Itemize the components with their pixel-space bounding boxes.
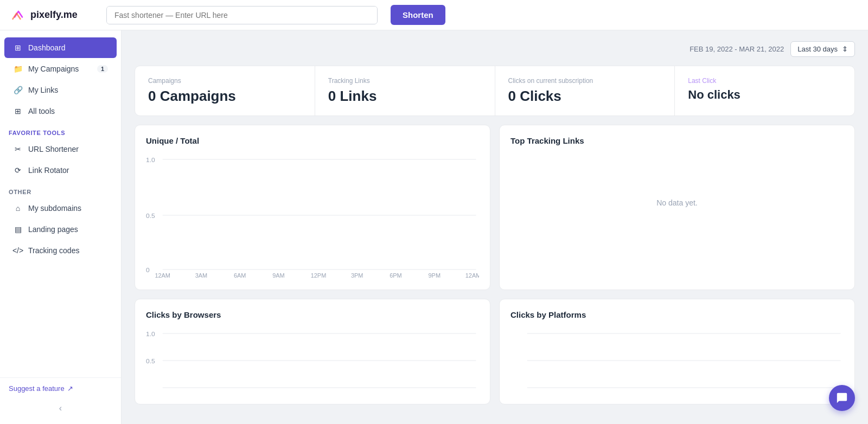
stat-last-click-label: Last Click bbox=[688, 77, 841, 85]
sidebar-item-label: Dashboard bbox=[28, 43, 66, 52]
chart-grid: Unique / Total 1.0 0.5 0 12AM 3AM bbox=[135, 125, 855, 404]
url-input-wrap bbox=[106, 6, 378, 24]
layout-icon: ▤ bbox=[13, 224, 23, 234]
url-input[interactable] bbox=[107, 7, 377, 24]
date-range-text: FEB 19, 2022 - MAR 21, 2022 bbox=[690, 45, 784, 53]
svg-text:3PM: 3PM bbox=[351, 273, 363, 278]
main-content: FEB 19, 2022 - MAR 21, 2022 Last 30 days… bbox=[122, 30, 868, 424]
scissors-icon: ✂ bbox=[13, 144, 23, 154]
grid-icon: ⊞ bbox=[13, 106, 23, 116]
sidebar-item-landing-pages[interactable]: ▤ Landing pages bbox=[4, 219, 117, 240]
external-link-icon: ↗ bbox=[67, 384, 73, 393]
top-tracking-card: Top Tracking Links No data yet. bbox=[499, 125, 855, 290]
svg-text:3AM: 3AM bbox=[195, 273, 208, 278]
sidebar-item-label: Landing pages bbox=[28, 225, 78, 234]
svg-text:0: 0 bbox=[146, 267, 150, 273]
svg-text:12AM: 12AM bbox=[465, 273, 479, 278]
main-layout: ⊞ Dashboard 📁 My Campaigns 1 🔗 My Links … bbox=[0, 30, 868, 424]
other-label: OTHER bbox=[0, 181, 121, 197]
logo-icon bbox=[11, 8, 26, 23]
clicks-platforms-card: Clicks by Platforms bbox=[499, 299, 855, 404]
chat-bubble[interactable] bbox=[829, 385, 855, 411]
topbar: pixelfy.me Shorten bbox=[0, 0, 868, 30]
sidebar-item-label: My Campaigns bbox=[28, 65, 79, 73]
stat-campaigns-value: 0 Campaigns bbox=[148, 88, 302, 105]
stat-links-value: 0 Links bbox=[328, 88, 482, 105]
stats-row: Campaigns 0 Campaigns Tracking Links 0 L… bbox=[135, 66, 855, 116]
sidebar-item-my-subdomains[interactable]: ⌂ My subdomains bbox=[4, 198, 117, 219]
stat-clicks-value: 0 Clicks bbox=[508, 88, 662, 105]
sidebar-item-label: My Links bbox=[28, 86, 58, 94]
clicks-browsers-title: Clicks by Browsers bbox=[146, 310, 479, 319]
content-header: FEB 19, 2022 - MAR 21, 2022 Last 30 days… bbox=[135, 41, 855, 57]
sidebar: ⊞ Dashboard 📁 My Campaigns 1 🔗 My Links … bbox=[0, 30, 122, 424]
stat-last-click-value: No clicks bbox=[688, 88, 841, 102]
sidebar-item-url-shortener[interactable]: ✂ URL Shortener bbox=[4, 139, 117, 159]
sidebar-item-label: URL Shortener bbox=[28, 145, 79, 153]
unique-total-title: Unique / Total bbox=[146, 136, 479, 145]
sidebar-item-dashboard[interactable]: ⊞ Dashboard bbox=[4, 37, 117, 58]
code-icon: </> bbox=[13, 246, 23, 255]
chevron-left-icon: ‹ bbox=[59, 403, 62, 413]
stat-clicks: Clicks on current subscription 0 Clicks bbox=[495, 66, 675, 115]
logo-text: pixelfy.me bbox=[30, 9, 78, 21]
clicks-browsers-card: Clicks by Browsers 1.0 0.5 bbox=[135, 299, 490, 404]
svg-text:0.5: 0.5 bbox=[146, 213, 155, 219]
stat-last-click: Last Click No clicks bbox=[675, 66, 854, 115]
sidebar-collapse-button[interactable]: ‹ bbox=[0, 399, 121, 417]
dashboard-icon: ⊞ bbox=[13, 43, 23, 53]
svg-text:1.0: 1.0 bbox=[146, 157, 155, 163]
sidebar-item-link-rotator[interactable]: ⟳ Link Rotator bbox=[4, 160, 117, 181]
link-icon: 🔗 bbox=[13, 85, 23, 95]
sidebar-item-my-campaigns[interactable]: 📁 My Campaigns 1 bbox=[4, 59, 117, 79]
campaigns-badge: 1 bbox=[97, 65, 108, 73]
sidebar-footer: Suggest a feature ↗ bbox=[0, 377, 121, 399]
sidebar-item-all-tools[interactable]: ⊞ All tools bbox=[4, 101, 117, 121]
sidebar-item-my-links[interactable]: 🔗 My Links bbox=[4, 80, 117, 100]
svg-text:12AM: 12AM bbox=[155, 273, 170, 278]
clicks-platforms-chart bbox=[510, 328, 844, 393]
favorite-tools-label: FAVORITE TOOLS bbox=[0, 122, 121, 138]
svg-text:9AM: 9AM bbox=[272, 273, 285, 278]
svg-text:12PM: 12PM bbox=[311, 273, 327, 278]
sidebar-nav: ⊞ Dashboard 📁 My Campaigns 1 🔗 My Links … bbox=[0, 30, 121, 377]
sidebar-item-tracking-codes[interactable]: </> Tracking codes bbox=[4, 240, 117, 261]
top-tracking-title: Top Tracking Links bbox=[510, 136, 844, 145]
clicks-browsers-chart: 1.0 0.5 bbox=[146, 328, 479, 393]
svg-text:9PM: 9PM bbox=[429, 273, 441, 278]
chat-icon bbox=[836, 392, 848, 404]
unique-total-chart: 1.0 0.5 0 12AM 3AM 6AM 9AM 12PM 3PM bbox=[146, 154, 479, 279]
shorten-button[interactable]: Shorten bbox=[391, 5, 445, 25]
sidebar-item-label: Tracking codes bbox=[28, 246, 79, 255]
home-icon: ⌂ bbox=[13, 203, 23, 213]
date-select[interactable]: Last 30 days ⇕ bbox=[790, 41, 855, 57]
top-tracking-no-data: No data yet. bbox=[510, 154, 844, 252]
sidebar-item-label: Link Rotator bbox=[28, 166, 69, 175]
stat-links-label: Tracking Links bbox=[328, 77, 482, 85]
logo: pixelfy.me bbox=[11, 8, 98, 23]
sidebar-item-label: All tools bbox=[28, 107, 55, 115]
date-select-label: Last 30 days bbox=[797, 45, 838, 53]
sidebar-item-label: My subdomains bbox=[28, 204, 81, 213]
suggest-label: Suggest a feature bbox=[9, 384, 65, 393]
stat-clicks-label: Clicks on current subscription bbox=[508, 77, 662, 85]
unique-total-card: Unique / Total 1.0 0.5 0 12AM 3AM bbox=[135, 125, 490, 290]
svg-text:0.5: 0.5 bbox=[146, 358, 155, 364]
rotate-icon: ⟳ bbox=[13, 165, 23, 175]
stat-campaigns: Campaigns 0 Campaigns bbox=[135, 66, 315, 115]
svg-text:6AM: 6AM bbox=[234, 273, 246, 278]
svg-text:6PM: 6PM bbox=[390, 273, 402, 278]
stat-links: Tracking Links 0 Links bbox=[315, 66, 495, 115]
chevron-up-down-icon: ⇕ bbox=[842, 45, 848, 53]
folder-icon: 📁 bbox=[13, 64, 23, 74]
suggest-feature-link[interactable]: Suggest a feature ↗ bbox=[9, 384, 112, 393]
clicks-platforms-title: Clicks by Platforms bbox=[510, 310, 844, 319]
stat-campaigns-label: Campaigns bbox=[148, 77, 302, 85]
svg-text:1.0: 1.0 bbox=[146, 331, 155, 337]
